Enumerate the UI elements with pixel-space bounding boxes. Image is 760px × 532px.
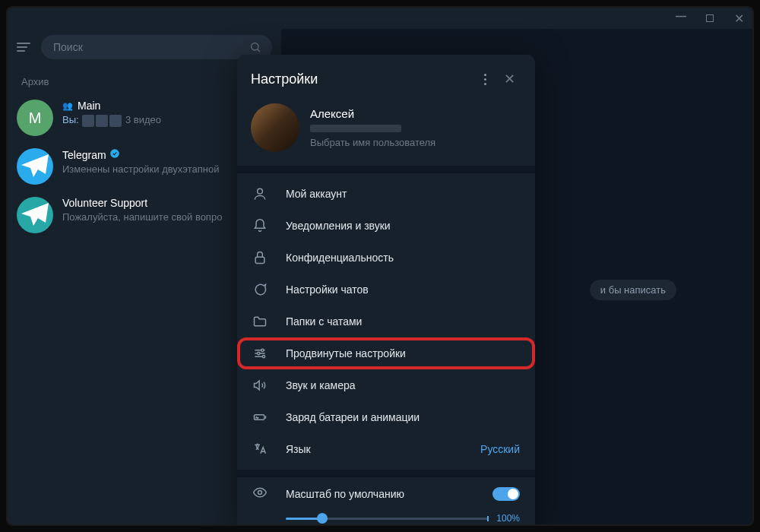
window-close-button[interactable]: ✕ xyxy=(731,11,746,26)
chat-avatar xyxy=(17,148,53,185)
settings-item-value: Русский xyxy=(480,443,520,455)
chat-name: Volunteer Support xyxy=(62,197,147,209)
zoom-label: Масштаб по умолчанию xyxy=(286,488,404,500)
modal-title: Настройки xyxy=(251,71,473,87)
settings-item-label: Уведомления и звуки xyxy=(286,220,391,232)
slider-thumb[interactable] xyxy=(317,513,328,524)
settings-item-chat-settings[interactable]: Настройки чатов xyxy=(237,274,535,306)
svg-rect-3 xyxy=(255,257,264,263)
settings-item-language[interactable]: Язык Русский xyxy=(237,433,535,465)
settings-item-label: Настройки чатов xyxy=(286,283,369,296)
thumbnail-icon xyxy=(109,115,122,127)
more-options-button[interactable] xyxy=(473,67,497,91)
chat-avatar: M xyxy=(17,100,53,136)
battery-icon xyxy=(252,410,268,425)
zoom-toggle[interactable] xyxy=(492,487,520,501)
settings-item-label: Папки с чатами xyxy=(286,315,362,328)
divider xyxy=(237,470,535,477)
close-modal-button[interactable]: ✕ xyxy=(497,67,521,91)
settings-item-label: Звук и камера xyxy=(286,379,356,391)
svg-point-4 xyxy=(261,349,264,351)
window-maximize-button[interactable] xyxy=(702,12,717,24)
dots-vertical-icon xyxy=(484,74,486,85)
chat-name: Telegram xyxy=(62,149,106,161)
zoom-value: 100% xyxy=(496,513,520,524)
bell-icon xyxy=(252,218,268,233)
svg-point-5 xyxy=(258,352,260,354)
svg-point-6 xyxy=(262,356,264,358)
settings-item-label: Мой аккаунт xyxy=(286,188,347,200)
settings-item-label: Продвинутые настройки xyxy=(286,347,406,359)
window-titlebar: — ✕ xyxy=(8,8,752,29)
zoom-slider[interactable] xyxy=(286,518,489,520)
sliders-icon xyxy=(252,346,268,361)
svg-point-0 xyxy=(252,43,258,50)
folder-icon xyxy=(252,314,268,329)
lock-icon xyxy=(252,250,268,265)
settings-item-privacy[interactable]: Конфиденциальность xyxy=(237,242,535,274)
app-window: — ✕ Поиск Архив M 👥 xyxy=(6,6,754,526)
search-icon xyxy=(249,41,261,55)
settings-item-account[interactable]: Мой аккаунт xyxy=(237,178,535,210)
chat-icon xyxy=(252,282,268,297)
settings-item-folders[interactable]: Папки с чатами xyxy=(237,306,535,337)
settings-item-label: Конфиденциальность xyxy=(286,252,394,264)
eye-icon xyxy=(252,485,268,502)
settings-item-notifications[interactable]: Уведомления и звуки xyxy=(237,210,535,242)
profile-avatar[interactable] xyxy=(251,103,299,152)
verified-icon xyxy=(109,148,120,161)
group-icon: 👥 xyxy=(62,101,73,111)
settings-item-advanced[interactable]: Продвинутые настройки xyxy=(237,337,535,369)
profile-section[interactable]: Алексей Выбрать имя пользователя xyxy=(237,99,535,166)
zoom-section: Масштаб по умолчанию 100% xyxy=(237,477,535,526)
modal-header: Настройки ✕ xyxy=(237,55,535,99)
hamburger-menu-icon[interactable] xyxy=(17,43,30,52)
chat-name: Main xyxy=(78,100,100,112)
thumbnail-icon xyxy=(82,115,94,127)
settings-item-label: Язык xyxy=(286,443,311,455)
search-input[interactable]: Поиск xyxy=(41,35,272,59)
profile-name: Алексей xyxy=(310,107,435,120)
svg-point-1 xyxy=(110,149,119,158)
chat-avatar xyxy=(17,197,53,233)
svg-point-2 xyxy=(258,188,263,194)
thumbnail-icon xyxy=(96,115,108,127)
settings-item-sound-camera[interactable]: Звук и камера xyxy=(237,369,535,401)
settings-item-battery[interactable]: Заряд батареи и анимации xyxy=(237,401,535,433)
settings-list: Мой аккаунт Уведомления и звуки Конфиден… xyxy=(237,173,535,470)
search-placeholder: Поиск xyxy=(53,41,83,53)
settings-modal: Настройки ✕ Алексей Выбрать имя пользова… xyxy=(237,55,535,526)
language-icon xyxy=(252,442,268,457)
user-icon xyxy=(252,186,268,201)
empty-chat-hint: и бы написать xyxy=(590,280,676,300)
svg-point-8 xyxy=(258,491,262,495)
speaker-icon xyxy=(252,378,268,393)
divider xyxy=(237,166,535,173)
profile-phone-redacted xyxy=(310,125,401,132)
window-minimize-button[interactable]: — xyxy=(673,10,689,22)
profile-username-hint: Выбрать имя пользователя xyxy=(310,137,435,148)
svg-rect-7 xyxy=(255,415,264,420)
settings-item-label: Заряд батареи и анимации xyxy=(286,411,420,423)
